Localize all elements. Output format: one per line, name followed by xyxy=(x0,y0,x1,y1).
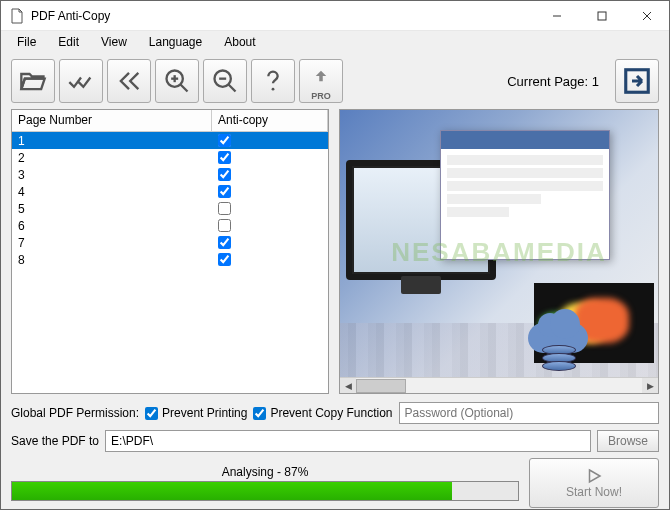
table-row[interactable]: 6 xyxy=(12,217,328,234)
save-path-input[interactable] xyxy=(105,430,591,452)
column-header-anticopy[interactable]: Anti-copy xyxy=(212,110,328,131)
password-input[interactable] xyxy=(399,402,660,424)
table-row[interactable]: 7 xyxy=(12,234,328,251)
upgrade-pro-button[interactable]: PRO xyxy=(299,59,343,103)
page-number-cell: 7 xyxy=(12,236,212,250)
table-row[interactable]: 1 xyxy=(12,132,328,149)
page-number-cell: 2 xyxy=(12,151,212,165)
table-row[interactable]: 5 xyxy=(12,200,328,217)
anticopy-cell xyxy=(212,168,328,181)
prevent-printing-checkbox[interactable]: Prevent Printing xyxy=(145,406,247,420)
maximize-icon xyxy=(597,11,607,21)
menu-about[interactable]: About xyxy=(214,33,265,51)
anticopy-checkbox[interactable] xyxy=(218,151,231,164)
browse-button[interactable]: Browse xyxy=(597,430,659,452)
minimize-button[interactable] xyxy=(534,1,579,30)
anticopy-cell xyxy=(212,151,328,164)
table-body: 12345678 xyxy=(12,132,328,393)
play-icon xyxy=(583,467,605,485)
zoom-in-icon xyxy=(163,67,191,95)
scroll-thumb[interactable] xyxy=(356,379,406,393)
svg-line-9 xyxy=(229,85,236,92)
save-path-label: Save the PDF to xyxy=(11,434,99,448)
page-number-cell: 1 xyxy=(12,134,212,148)
anticopy-checkbox[interactable] xyxy=(218,236,231,249)
anticopy-checkbox[interactable] xyxy=(218,219,231,232)
anticopy-checkbox[interactable] xyxy=(218,253,231,266)
prevent-copy-label: Prevent Copy Function xyxy=(270,406,392,420)
page-number-cell: 6 xyxy=(12,219,212,233)
double-check-icon xyxy=(67,67,95,95)
preview-window-graphic xyxy=(440,130,610,260)
double-back-icon xyxy=(115,67,143,95)
maximize-button[interactable] xyxy=(579,1,624,30)
anticopy-cell xyxy=(212,134,328,147)
svg-rect-1 xyxy=(598,12,606,20)
undo-button[interactable] xyxy=(107,59,151,103)
menu-language[interactable]: Language xyxy=(139,33,212,51)
page-number-cell: 3 xyxy=(12,168,212,182)
anticopy-checkbox[interactable] xyxy=(218,185,231,198)
page-table: Page Number Anti-copy 12345678 xyxy=(11,109,329,394)
preview-cloud-db-graphic xyxy=(528,323,598,383)
close-button[interactable] xyxy=(624,1,669,30)
open-button[interactable] xyxy=(11,59,55,103)
progress-label: Analysing - 87% xyxy=(11,465,519,479)
svg-point-11 xyxy=(272,88,275,91)
arrow-up-icon xyxy=(309,69,333,83)
menu-edit[interactable]: Edit xyxy=(48,33,89,51)
table-row[interactable]: 4 xyxy=(12,183,328,200)
scroll-right-button[interactable]: ▶ xyxy=(642,378,658,394)
check-all-button[interactable] xyxy=(59,59,103,103)
page-number-cell: 4 xyxy=(12,185,212,199)
folder-open-icon xyxy=(19,67,47,95)
progress-bar xyxy=(11,481,519,501)
table-row[interactable]: 3 xyxy=(12,166,328,183)
current-page-label: Current Page: 1 xyxy=(507,74,599,89)
menu-file[interactable]: File xyxy=(7,33,46,51)
title-bar: PDF Anti-Copy xyxy=(1,1,669,31)
zoom-in-button[interactable] xyxy=(155,59,199,103)
question-icon xyxy=(259,67,287,95)
close-icon xyxy=(642,11,652,21)
start-button[interactable]: Start Now! xyxy=(529,458,659,508)
table-row[interactable]: 8 xyxy=(12,251,328,268)
svg-line-5 xyxy=(181,85,188,92)
pro-label: PRO xyxy=(311,91,331,101)
permission-label: Global PDF Permission: xyxy=(11,406,139,420)
anticopy-cell xyxy=(212,202,328,215)
export-icon xyxy=(622,66,652,96)
column-header-page[interactable]: Page Number xyxy=(12,110,212,131)
anticopy-checkbox[interactable] xyxy=(218,202,231,215)
page-number-cell: 8 xyxy=(12,253,212,267)
minimize-icon xyxy=(552,11,562,21)
toolbar: PRO Current Page: 1 xyxy=(1,53,669,109)
preview-scrollbar[interactable]: ◀ ▶ xyxy=(340,377,658,393)
menu-bar: File Edit View Language About xyxy=(1,31,669,53)
zoom-out-button[interactable] xyxy=(203,59,247,103)
page-number-cell: 5 xyxy=(12,202,212,216)
anticopy-cell xyxy=(212,253,328,266)
table-row[interactable]: 2 xyxy=(12,149,328,166)
help-button[interactable] xyxy=(251,59,295,103)
prevent-printing-label: Prevent Printing xyxy=(162,406,247,420)
menu-view[interactable]: View xyxy=(91,33,137,51)
start-label: Start Now! xyxy=(566,485,622,499)
anticopy-cell xyxy=(212,236,328,249)
anticopy-cell xyxy=(212,185,328,198)
scroll-left-button[interactable]: ◀ xyxy=(340,378,356,394)
window-title: PDF Anti-Copy xyxy=(31,9,534,23)
anticopy-checkbox[interactable] xyxy=(218,134,231,147)
anticopy-cell xyxy=(212,219,328,232)
preview-pane: NESABAMEDIA ◀ ▶ xyxy=(339,109,659,394)
zoom-out-icon xyxy=(211,67,239,95)
export-button[interactable] xyxy=(615,59,659,103)
anticopy-checkbox[interactable] xyxy=(218,168,231,181)
prevent-copy-checkbox[interactable]: Prevent Copy Function xyxy=(253,406,392,420)
app-icon xyxy=(9,8,25,24)
